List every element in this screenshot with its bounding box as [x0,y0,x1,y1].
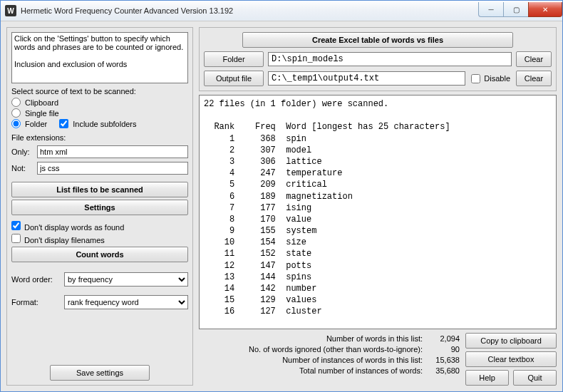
ignored-label: No. of words ignored (other than words-t… [249,345,423,354]
create-excel-button[interactable]: Create Excel table of words vs files [242,32,513,48]
source-folder-label: Folder [25,120,47,128]
source-singlefile-radio[interactable]: Single file [11,108,59,118]
ignored-value: 90 [425,345,460,354]
source-singlefile-label: Single file [25,109,59,118]
minimize-button[interactable]: ─ [478,2,503,17]
not-label: Not: [11,164,34,172]
format-select[interactable]: rank frequency word [64,295,188,309]
instances-list-value: 15,638 [425,356,460,364]
source-folder-radio[interactable]: Folder [11,119,47,128]
help-button[interactable]: Help [465,370,509,386]
app-window: W Hermetic Word Frequency Counter Advanc… [0,0,563,392]
list-count-label: Number of words in this list: [326,334,423,343]
dont-display-words-check[interactable]: Don't display words as found [11,221,188,232]
disable-label: Disable [484,74,510,83]
settings-button[interactable]: Settings [11,200,188,215]
left-panel: Select source of text to be scanned: Cli… [6,27,193,386]
source-label: Select source of text to be scanned: [11,87,188,96]
disable-check[interactable]: Disable [470,74,512,83]
top-group: Create Excel table of words vs files Fol… [199,27,557,91]
source-clipboard-radio[interactable]: Clipboard [11,98,58,107]
maximize-button[interactable]: ▢ [503,2,528,17]
dont-display-words-label: Don't display words as found [24,223,124,232]
source-clipboard-label: Clipboard [25,98,58,107]
word-order-label: Word order: [11,275,61,284]
save-settings-button[interactable]: Save settings [50,365,150,381]
dont-display-filenames-label: Don't display filenames [24,236,105,244]
instances-total-value: 35,680 [425,366,460,375]
folder-clear-button[interactable]: Clear [516,51,552,67]
output-clear-button[interactable]: Clear [516,71,552,86]
instances-total-label: Total number of instances of words: [299,366,423,375]
dont-display-filenames-check[interactable]: Don't display filenames [11,234,188,244]
folder-button[interactable]: Folder [204,51,264,67]
list-files-button[interactable]: List files to be scanned [11,182,188,197]
include-subfolders-label: Include subfolders [73,120,136,128]
right-panel: Create Excel table of words vs files Fol… [199,27,557,386]
count-words-button[interactable]: Count words [11,247,188,262]
copy-clipboard-button[interactable]: Copy to clipboard [465,333,557,349]
results-textbox[interactable]: 22 files (in 1 folder) were scanned. Ran… [199,95,557,329]
only-input[interactable] [37,145,188,158]
word-order-select[interactable]: by frequency [64,272,188,287]
output-file-button[interactable]: Output file [204,71,264,86]
window-title: Hermetic Word Frequency Counter Advanced… [21,6,478,15]
clear-textbox-button[interactable]: Clear textbox [465,351,557,367]
include-subfolders-check[interactable]: Include subfolders [59,119,136,128]
file-ext-label: File extensions: [11,133,188,142]
folder-input[interactable] [268,52,512,66]
close-button[interactable]: ✕ [528,2,562,17]
output-file-input[interactable] [268,71,465,86]
only-label: Only: [11,148,34,156]
app-icon: W [5,5,16,16]
instances-list-label: Number of instances of words in this lis… [282,356,423,364]
help-textbox[interactable] [11,32,188,83]
stats-block: Number of words in this list:2,094 No. o… [199,333,460,375]
titlebar[interactable]: W Hermetic Word Frequency Counter Advanc… [1,1,562,21]
list-count-value: 2,094 [425,334,460,343]
quit-button[interactable]: Quit [513,370,557,386]
format-label: Format: [11,298,61,306]
not-input[interactable] [37,162,188,175]
